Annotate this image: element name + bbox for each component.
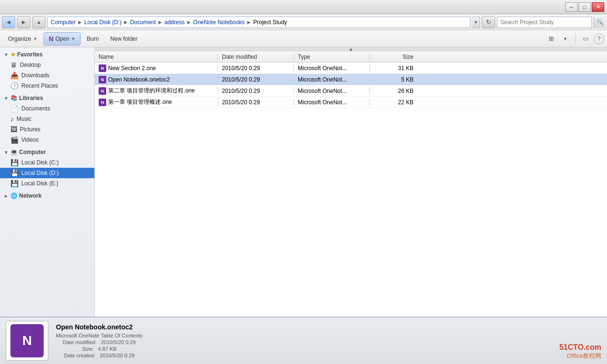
new-folder-button[interactable]: New folder — [105, 32, 142, 46]
sidebar-documents-label: Documents — [21, 105, 50, 112]
breadcrumb-current: Project Study — [253, 19, 287, 26]
sidebar-item-music[interactable]: ♪ Music — [0, 114, 94, 124]
desktop-icon: 🖥 — [10, 61, 17, 69]
breadcrumb-localdisk[interactable]: Local Disk (D:) — [84, 19, 122, 26]
breadcrumb-computer[interactable]: Computer — [51, 19, 76, 26]
network-header[interactable]: ► 🌐 Network — [0, 191, 94, 201]
file-date: 2010/5/20 0:29 — [218, 76, 294, 83]
forward-button[interactable]: ► — [17, 16, 30, 28]
size-value: 4.87 KB — [98, 346, 117, 352]
scroll-indicator: ▲ — [95, 47, 607, 51]
table-row[interactable]: N New Section 2.one 2010/5/20 0:29 Micro… — [95, 63, 607, 74]
organize-arrow: ▼ — [33, 36, 37, 41]
maximize-button[interactable]: □ — [579, 2, 591, 12]
sidebar-videos-label: Videos — [21, 136, 38, 143]
file-size: 22 KB — [370, 99, 417, 106]
col-header-size[interactable]: Size — [370, 54, 417, 60]
file-preview: N — [6, 321, 48, 361]
address-dropdown[interactable]: ▼ — [472, 17, 480, 28]
refresh-button[interactable]: ↻ — [482, 16, 495, 28]
sidebar-item-documents[interactable]: 📄 Documents — [0, 103, 94, 114]
back-button[interactable]: ◄ — [2, 16, 15, 28]
sidebar-desktop-label: Desktop — [20, 62, 41, 68]
computer-arrow: ▼ — [4, 150, 9, 155]
file-name: New Section 2.one — [108, 65, 156, 72]
main-layout: ▼ ★ Favorites 🖥 Desktop 📥 Downloads 🕐 Re… — [0, 47, 607, 317]
file-size: 26 KB — [370, 88, 417, 94]
sidebar-music-label: Music — [17, 116, 31, 122]
disk-e-icon: 💾 — [10, 180, 18, 187]
sidebar-item-videos[interactable]: 🎬 Videos — [0, 135, 94, 145]
organize-button[interactable]: Organize ▼ — [3, 32, 43, 46]
burn-button[interactable]: Burn — [82, 32, 104, 46]
status-bar: N Open Notebook.onetoc2 Microsoft OneNot… — [0, 317, 607, 364]
search-box — [497, 17, 592, 28]
sidebar-item-disk-d[interactable]: 💾 Local Disk (D:) — [0, 168, 94, 178]
favorites-header[interactable]: ▼ ★ Favorites — [0, 49, 94, 60]
status-filename: Open Notebook.onetoc2 — [56, 323, 143, 331]
help-button[interactable]: ? — [594, 34, 604, 44]
file-type: Microsoft OneNot... — [294, 99, 370, 106]
col-header-date[interactable]: Date modified — [218, 54, 294, 60]
search-input[interactable] — [500, 19, 589, 26]
status-size: Size: 4.87 KB — [56, 346, 143, 352]
address-bar: ◄ ► ▲ Computer ► Local Disk (D:) ► Docum… — [0, 14, 607, 30]
file-date: 2010/5/20 0:29 — [218, 65, 294, 72]
organize-label: Organize — [8, 36, 31, 42]
title-bar: ─ □ ✕ — [0, 0, 607, 14]
burn-label: Burn — [87, 36, 99, 42]
onenote-file-icon: N — [99, 87, 106, 95]
table-row[interactable]: N 第二章 项目管理的环境和过程.one 2010/5/20 0:29 Micr… — [95, 85, 607, 97]
view-arrow-button[interactable]: ▼ — [559, 33, 571, 45]
file-list-header: Name Date modified Type Size — [95, 51, 607, 63]
file-name: Open Notebook.onetoc2 — [108, 76, 170, 83]
computer-label: Computer — [19, 149, 46, 155]
sidebar-item-downloads[interactable]: 📥 Downloads — [0, 70, 94, 81]
network-icon: 🌐 — [10, 192, 18, 199]
favorites-star: ★ — [10, 51, 16, 58]
sidebar-item-disk-c[interactable]: 💾 Local Disk (C:) — [0, 157, 94, 168]
scroll-up-arrow: ▲ — [349, 47, 353, 52]
disk-c-icon: 💾 — [10, 159, 18, 166]
computer-icon: 💻 — [10, 149, 18, 155]
network-arrow: ► — [4, 193, 9, 199]
minimize-button[interactable]: ─ — [565, 2, 578, 12]
search-button[interactable]: 🔍 — [594, 17, 605, 28]
open-button[interactable]: N Open ▼ — [44, 32, 81, 46]
sidebar-item-pictures[interactable]: 🖼 Pictures — [0, 124, 94, 135]
col-header-type[interactable]: Type — [294, 54, 370, 60]
libraries-header[interactable]: ▼ 📚 Libraries — [0, 93, 94, 103]
computer-header[interactable]: ▼ 💻 Computer — [0, 147, 94, 157]
status-filetype: Microsoft OneNote Table Of Contents — [56, 333, 143, 338]
close-button[interactable]: ✕ — [592, 2, 604, 12]
open-arrow: ▼ — [71, 36, 75, 41]
sidebar-disk-c-label: Local Disk (C:) — [21, 159, 59, 166]
new-folder-label: New folder — [110, 36, 137, 42]
preview-onenote-icon: N — [10, 324, 44, 357]
sidebar-disk-d-label: Local Disk (D:) — [21, 170, 59, 176]
sidebar-downloads-label: Downloads — [21, 72, 49, 79]
libraries-arrow: ▼ — [4, 96, 9, 101]
view-button[interactable]: ⊞ — [545, 33, 557, 45]
table-row[interactable]: N 第一章 项目管理概述.one 2010/5/20 0:29 Microsof… — [95, 97, 607, 108]
sidebar-item-desktop[interactable]: 🖥 Desktop — [0, 60, 94, 70]
sidebar-item-recent[interactable]: 🕐 Recent Places — [0, 81, 94, 91]
table-row[interactable]: N Open Notebook.onetoc2 2010/5/20 0:29 M… — [95, 74, 607, 85]
col-header-name[interactable]: Name — [95, 54, 218, 60]
breadcrumb-document[interactable]: Document — [130, 19, 156, 26]
breadcrumb-address[interactable]: address — [165, 19, 185, 26]
file-list: ▲ Name Date modified Type Size N New Sec… — [95, 47, 607, 317]
toolbar-separator — [575, 33, 576, 45]
sidebar-item-disk-e[interactable]: 💾 Local Disk (E:) — [0, 178, 94, 189]
status-info: Open Notebook.onetoc2 Microsoft OneNote … — [56, 323, 143, 358]
file-date: 2010/5/20 0:29 — [218, 99, 294, 106]
network-section: ► 🌐 Network — [0, 191, 94, 201]
music-icon: ♪ — [10, 115, 14, 123]
address-field[interactable]: Computer ► Local Disk (D:) ► Document ► … — [47, 17, 470, 28]
up-button[interactable]: ▲ — [32, 16, 46, 28]
libraries-label: Libraries — [19, 95, 43, 101]
preview-pane-button[interactable]: ▭ — [579, 33, 592, 45]
breadcrumb-onenote[interactable]: OneNote Notebooks — [193, 19, 245, 26]
favorites-label: Favorites — [17, 51, 42, 58]
date-modified-value: 2010/5/20 0:29 — [101, 339, 136, 345]
